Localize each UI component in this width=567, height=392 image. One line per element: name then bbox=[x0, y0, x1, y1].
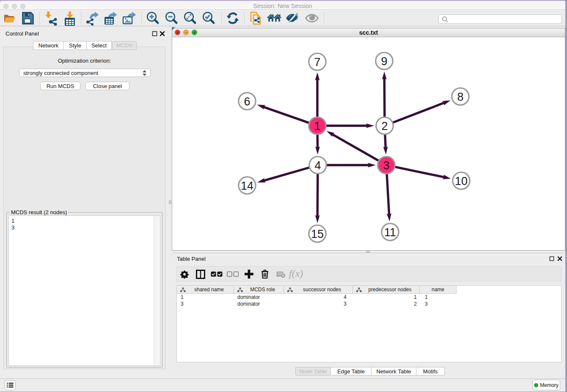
svg-text:14: 14 bbox=[241, 179, 253, 192]
svg-text:1: 1 bbox=[314, 120, 320, 133]
svg-text:9: 9 bbox=[381, 55, 387, 68]
svg-text:4: 4 bbox=[314, 159, 321, 172]
svg-text:8: 8 bbox=[457, 91, 463, 103]
svg-text:3: 3 bbox=[383, 159, 389, 172]
svg-text:f(x): f(x) bbox=[289, 269, 303, 279]
svg-text:11: 11 bbox=[384, 226, 396, 239]
svg-text:10: 10 bbox=[455, 175, 468, 188]
svg-text:2: 2 bbox=[381, 120, 388, 133]
svg-text:7: 7 bbox=[314, 56, 320, 69]
svg-text:15: 15 bbox=[311, 228, 324, 240]
svg-text:6: 6 bbox=[244, 95, 250, 108]
